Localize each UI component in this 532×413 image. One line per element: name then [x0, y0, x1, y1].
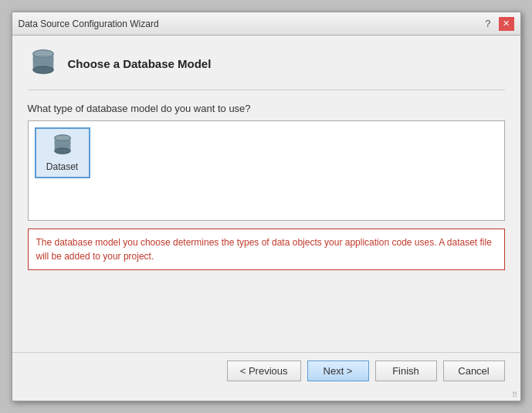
description-text: The database model you choose determines…: [36, 235, 496, 263]
help-button[interactable]: ?: [482, 18, 493, 29]
svg-point-2: [32, 66, 53, 74]
title-bar: Data Source Configuration Wizard ? ✕: [12, 12, 520, 36]
svg-point-7: [54, 148, 70, 154]
question-label: What type of database model do you want …: [28, 103, 505, 114]
description-box: The database model you choose determines…: [28, 229, 505, 270]
window-title: Data Source Configuration Wizard: [19, 19, 159, 29]
header-section: Choose a Database Model: [28, 48, 505, 90]
dataset-item[interactable]: Dataset: [35, 127, 90, 178]
footer: < Previous Next > Finish Cancel: [12, 352, 520, 389]
next-button[interactable]: Next >: [307, 361, 369, 381]
dataset-label: Dataset: [46, 161, 78, 172]
finish-button[interactable]: Finish: [375, 361, 437, 381]
model-selection-box: Dataset: [28, 120, 505, 221]
content-spacer: [28, 281, 505, 343]
resize-grip: ⠿: [12, 389, 520, 401]
cancel-button[interactable]: Cancel: [443, 361, 505, 381]
title-bar-controls: ? ✕: [482, 17, 513, 31]
previous-button[interactable]: < Previous: [227, 361, 301, 381]
close-button[interactable]: ✕: [499, 17, 514, 31]
resize-dots: ⠿: [512, 391, 517, 399]
wizard-window: Data Source Configuration Wizard ? ✕ Cho…: [12, 12, 521, 401]
header-title: Choose a Database Model: [68, 57, 212, 70]
header-db-icon: [28, 48, 59, 79]
svg-point-3: [32, 50, 53, 58]
main-content: Choose a Database Model What type of dat…: [12, 36, 520, 352]
